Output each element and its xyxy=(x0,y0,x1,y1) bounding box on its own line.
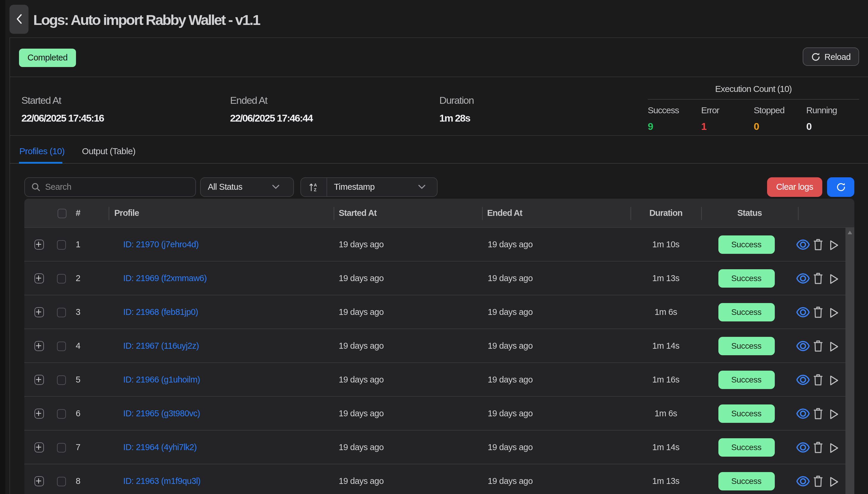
svg-text:Z: Z xyxy=(314,187,317,192)
svg-text:A: A xyxy=(314,182,317,187)
